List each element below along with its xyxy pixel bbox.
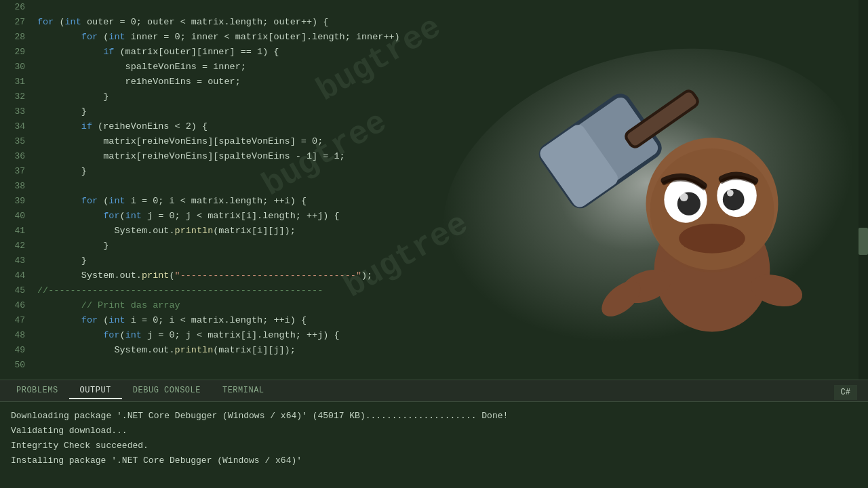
table-row: 47 for (int i = 0; i < matrix.length; ++… bbox=[0, 313, 868, 328]
table-row: 36 matrix[reiheVonEins][spalteVonEins - … bbox=[0, 149, 868, 164]
output-line-1: Downloading package '.NET Core Debugger … bbox=[11, 409, 857, 424]
table-row: 42 } bbox=[0, 239, 868, 253]
table-row: 28 for (int inner = 0; inner < matrix[ou… bbox=[0, 30, 868, 45]
table-row: 44 System.out.print("-------------------… bbox=[0, 268, 868, 283]
table-row: 31 reiheVonEins = outer; bbox=[0, 75, 868, 89]
table-row: 39 for (int i = 0; i < matrix.length; ++… bbox=[0, 194, 868, 209]
table-row: 27 for (int outer = 0; outer < matrix.le… bbox=[0, 15, 868, 30]
scrollbar-thumb[interactable] bbox=[859, 228, 868, 255]
table-row: 34 if (reiheVonEins < 2) { bbox=[0, 119, 868, 134]
table-row: 43 } bbox=[0, 253, 868, 268]
table-row: 29 if (matrix[outer][inner] == 1) { bbox=[0, 45, 868, 60]
code-editor[interactable]: bugtree bugtree bugtree 26 27 for (int o… bbox=[0, 0, 868, 380]
table-row: 48 for(int j = 0; j < matrix[i].length; … bbox=[0, 328, 868, 343]
table-row: 45 //-----------------------------------… bbox=[0, 283, 868, 298]
bottom-panel: PROBLEMS OUTPUT DEBUG CONSOLE TERMINAL D… bbox=[0, 380, 868, 488]
output-line-4: Installing package '.NET Core Debugger (… bbox=[11, 453, 857, 468]
table-row: 26 bbox=[0, 0, 868, 15]
output-line-2: Validating download... bbox=[11, 424, 857, 439]
table-row: 35 matrix[reiheVonEins][spalteVonEins] =… bbox=[0, 134, 868, 149]
table-row: 46 // Print das array bbox=[0, 298, 868, 313]
table-row: 50 bbox=[0, 358, 868, 373]
tab-terminal[interactable]: TERMINAL bbox=[212, 383, 275, 399]
table-row: 49 System.out.println(matrix[i][j]); bbox=[0, 343, 868, 358]
code-lines: 26 27 for (int outer = 0; outer < matrix… bbox=[0, 0, 868, 373]
tab-problems[interactable]: PROBLEMS bbox=[5, 383, 69, 399]
panel-tabs: PROBLEMS OUTPUT DEBUG CONSOLE TERMINAL bbox=[0, 380, 868, 402]
table-row: 33 } bbox=[0, 104, 868, 119]
scrollbar[interactable] bbox=[859, 0, 868, 380]
tab-output[interactable]: OUTPUT bbox=[69, 383, 122, 399]
table-row: 40 for(int j = 0; j < matrix[i].length; … bbox=[0, 209, 868, 224]
tab-debug-console[interactable]: DEBUG CONSOLE bbox=[122, 383, 212, 399]
output-line-3: Integrity Check succeeded. bbox=[11, 439, 857, 453]
table-row: 30 spalteVonEins = inner; bbox=[0, 60, 868, 75]
table-row: 32 } bbox=[0, 89, 868, 104]
output-content: Downloading package '.NET Core Debugger … bbox=[0, 402, 868, 475]
table-row: 41 System.out.println(matrix[i][j]); bbox=[0, 224, 868, 239]
table-row: 37 } bbox=[0, 164, 868, 179]
table-row: 38 bbox=[0, 179, 868, 194]
language-indicator[interactable]: C# bbox=[834, 385, 857, 400]
